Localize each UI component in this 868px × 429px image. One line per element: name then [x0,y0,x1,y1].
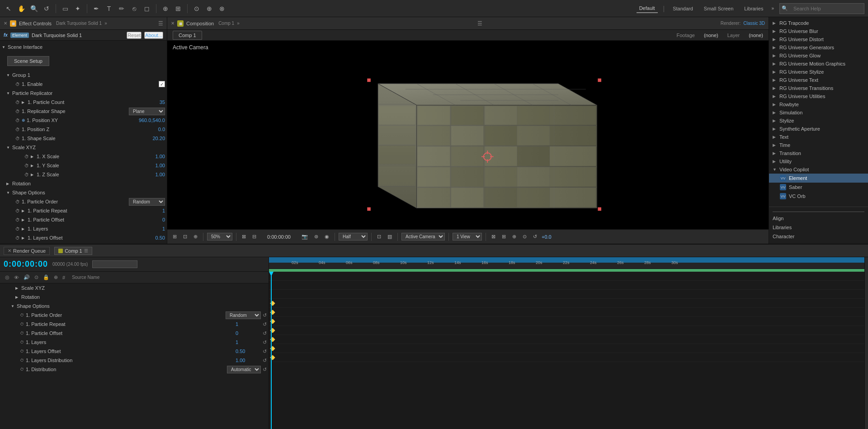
hand-tool-icon[interactable]: ✋ [16,4,26,14]
tl-particle-repeat-row[interactable]: ⏱ 1. Particle Repeat 1 ↺ [0,320,269,329]
position-z-row[interactable]: ⏱ 1. Position Z 0.0 [0,125,167,134]
vc-refresh-btn[interactable]: ↺ [531,233,539,240]
panel-menu-btn[interactable]: ☰ [158,20,163,27]
layers-stopwatch[interactable]: ⏱ [15,226,20,231]
cat-stylize[interactable]: ▶ Stylize [769,117,868,125]
comp1-menu-btn[interactable]: ☰ [84,248,88,253]
tl-search-input[interactable] [92,260,137,268]
cat-time[interactable]: ▶ Time [769,141,868,149]
comp-tab[interactable]: Comp 1 [173,31,202,40]
ec-about-btn[interactable]: About... [144,32,163,39]
vc-reset-btn[interactable]: ⊙ [521,233,528,240]
position-xy-row[interactable]: ⏱ ⊕ 1. Position XY 960.0,540.0 [0,116,167,125]
z-scale-row[interactable]: ⏱ ▶ 1. Z Scale 1.00 [0,170,167,179]
particle-count-stopwatch[interactable]: ⏱ [15,100,20,105]
zoom-tool-icon[interactable]: 🔍 [29,4,39,14]
tl-particle-order-row[interactable]: ⏱ 1. Particle Order Random Sequential ↺ [0,311,269,320]
cat-rg-glow[interactable]: ▶ RG Universe Glow [769,52,868,60]
cat-synthetic[interactable]: ▶ Synthetic Aperture [769,125,868,133]
replicator-shape-select[interactable]: Plane Sphere Cube [129,108,165,115]
position-xy-value[interactable]: 960.0,540.0 [139,118,165,123]
shape-star-icon[interactable]: ✦ [73,4,83,14]
layers-offset-value[interactable]: 0.50 [156,235,165,240]
scene-setup-btn[interactable]: Scene Setup [7,56,49,66]
position-z-value[interactable]: 0.0 [158,127,165,132]
vc-safe-btn[interactable]: ⊟ [250,233,258,240]
camera-dolly-icon[interactable]: ⊗ [217,4,227,14]
tl-layers-dist-row[interactable]: ⏱ 1. Layers Distribution 1.00 ↺ [0,356,269,365]
tl-shape-options-row[interactable]: ▼ Shape Options [0,302,269,311]
scale-xyz-row[interactable]: ▼ Scale XYZ [0,143,167,152]
libraries-section[interactable]: Libraries [773,223,864,232]
tl-audio-icon[interactable]: 🔊 [22,274,31,281]
tl-layers-sw[interactable]: ⏱ [20,340,24,344]
cat-rg-motion[interactable]: ▶ RG Universe Motion Graphics [769,60,868,68]
particle-repeat-row[interactable]: ⏱ ▶ 1. Particle Repeat 1 [0,206,167,215]
tl-rotation-row[interactable]: ▶ Rotation [0,292,269,302]
vc-quality-select[interactable]: Half Full Quarter [339,233,368,240]
position-z-stopwatch[interactable]: ⏱ [15,127,20,132]
tl-particle-order-select[interactable]: Random Sequential [226,311,261,319]
tl-solo-icon[interactable]: ◎ [4,274,11,281]
mode-libraries-btn[interactable]: Libraries [741,5,766,13]
comp-menu-btn[interactable]: ☰ [477,20,482,27]
rotation-row[interactable]: ▶ Rotation [0,179,167,188]
tl-playhead[interactable] [271,272,272,429]
vc-3d-btn[interactable]: ⊕ [192,233,199,240]
tl-label-icon[interactable]: ⊕ [52,274,59,281]
particle-offset-value[interactable]: 0 [162,217,165,222]
effect-saber[interactable]: VV Saber [769,183,868,192]
tl-particle-offset-row[interactable]: ⏱ 1. Particle Offset 0 ↺ [0,329,269,338]
tl-distribution-sw[interactable]: ⏱ [20,367,24,372]
rotate-tool-icon[interactable]: ↺ [42,4,52,14]
tl-num-icon[interactable]: # [61,274,66,281]
layers-value[interactable]: 1 [162,226,165,231]
character-section[interactable]: Character [773,232,864,241]
tl-particle-offset-sw[interactable]: ⏱ [20,331,24,335]
toolbar-expand-icon[interactable]: » [771,6,774,11]
layers-row[interactable]: ⏱ ▶ 1. Layers 1 [0,224,167,233]
clone-tool-icon[interactable]: ⎋ [129,4,139,14]
enable-row[interactable]: ⏱ 1. Enable [0,80,167,89]
cat-video-copilot[interactable]: ▼ Video Copilot [769,165,868,174]
vc-views-select[interactable]: 1 View 2 Views 4 Views [453,233,482,240]
vc-bloom-btn[interactable]: ⊛ [312,233,320,240]
tl-right-scrollbar[interactable] [864,257,868,429]
enable-stopwatch[interactable]: ⏱ [15,82,20,87]
vc-color-btn[interactable]: ◉ [323,233,331,240]
particle-offset-row[interactable]: ⏱ ▶ 1. Particle Offset 0 [0,215,167,224]
vc-grid-btn[interactable]: ⊞ [171,233,179,240]
tl-visibility-icon[interactable]: 👁 [13,274,20,281]
vc-zoom-select[interactable]: 50% 100% 25% [207,233,232,240]
camera-pan-icon[interactable]: ⊕ [204,4,214,14]
cat-rg-utilities[interactable]: ▶ RG Universe Utilities [769,92,868,100]
y-scale-stopwatch[interactable]: ⏱ [24,163,29,168]
tl-particle-order-sw[interactable]: ⏱ [20,313,24,317]
tl-distribution-select[interactable]: Automatic Manual [227,366,261,373]
text-tool-icon[interactable]: T [104,4,114,14]
cat-rg-stylize[interactable]: ▶ RG Universe Stylize [769,68,868,76]
x-scale-row[interactable]: ⏱ ▶ 1. X Scale 1.00 [0,152,167,161]
enable-checkbox[interactable] [159,81,165,87]
vc-camera-select[interactable]: Active Camera Camera 1 [401,233,445,240]
scene-interface-row[interactable]: ▼ Scene Interface [0,42,167,52]
replicator-shape-row[interactable]: ⏱ 1. Replicator Shape Plane Sphere Cube [0,107,167,116]
vc-snap2-btn[interactable]: ⊠ [490,233,497,240]
particle-repeat-stopwatch[interactable]: ⏱ [15,208,20,213]
vc-overlay-btn[interactable]: ⊞ [500,233,508,240]
particle-order-row[interactable]: ⏱ 1. Particle Order Random Sequential [0,197,167,206]
y-scale-row[interactable]: ⏱ ▶ 1. Y Scale 1.00 [0,161,167,170]
panel-close-btn[interactable]: ✕ [4,21,7,26]
particle-order-stopwatch[interactable]: ⏱ [15,199,20,204]
comp1-timeline-tab[interactable]: Comp 1 ☰ [54,247,92,255]
vc-preview-btn[interactable]: ⊡ [181,233,189,240]
particle-replicator-row[interactable]: ▼ Particle Replicator [0,89,167,98]
comp-close-btn[interactable]: ✕ [171,21,175,26]
cat-rg-text[interactable]: ▶ RG Universe Text [769,76,868,84]
render-close[interactable]: ✕ [8,248,11,253]
cat-text[interactable]: ▶ Text [769,133,868,141]
tl-particle-repeat-sw[interactable]: ⏱ [20,322,24,326]
tl-scale-xyz-row[interactable]: ▶ Scale XYZ [0,283,269,292]
vc-layout-btn[interactable]: ⊕ [510,233,518,240]
layers-offset-stopwatch[interactable]: ⏱ [15,236,20,240]
